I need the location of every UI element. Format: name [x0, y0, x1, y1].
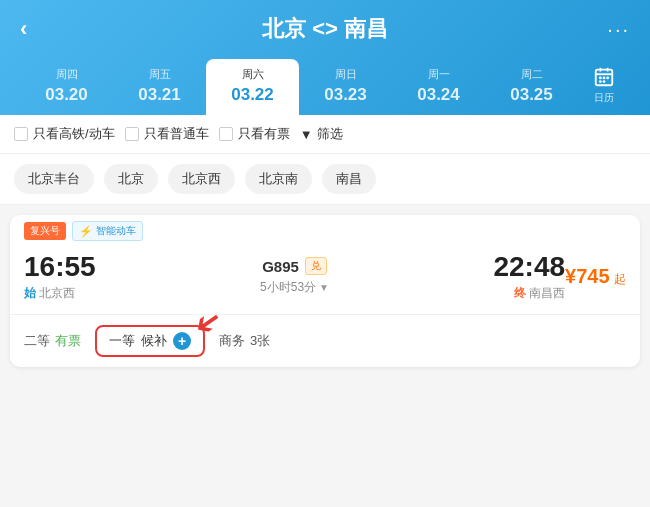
second-class-label: 二等 [24, 332, 50, 350]
filter-screen-label: 筛选 [317, 125, 343, 143]
duration-text: 5小时53分 [260, 279, 316, 296]
weekday-label: 周一 [396, 67, 481, 82]
funnel-icon: ▼ [300, 127, 313, 142]
checkbox-available[interactable] [219, 127, 233, 141]
date-tab-03.23[interactable]: 周日 03.23 [299, 59, 392, 115]
weekday-label: 周日 [303, 67, 388, 82]
date-tab-03.22[interactable]: 周六 03.22 [206, 59, 299, 115]
station-tabs: 北京丰台北京北京西北京南南昌 [0, 154, 650, 205]
filter-high-speed[interactable]: 只看高铁/动车 [14, 125, 115, 143]
filter-screen-button[interactable]: ▼ 筛选 [300, 125, 343, 143]
filter-bar: 只看高铁/动车 只看普通车 只看有票 ▼ 筛选 [0, 115, 650, 154]
price-section: ¥745 起 [565, 265, 626, 288]
date-tab-03.24[interactable]: 周一 03.24 [392, 59, 485, 115]
depart-section: 16:55 始 北京西 [24, 251, 96, 302]
calendar-label: 日历 [594, 91, 614, 105]
depart-time: 16:55 [24, 251, 96, 283]
checkbox-normal[interactable] [125, 127, 139, 141]
arrive-station-label: 终 南昌西 [493, 285, 565, 302]
date-tab-03.21[interactable]: 周五 03.21 [113, 59, 206, 115]
second-class-ticket[interactable]: 二等 有票 [24, 332, 81, 350]
calendar-icon [593, 66, 615, 88]
badge-fuxing: 复兴号 [24, 222, 66, 240]
arrive-time: 22:48 [493, 251, 565, 283]
date-label: 03.23 [303, 85, 388, 105]
calendar-button[interactable]: 日历 [578, 58, 630, 115]
middle-section: G895 兑 5小时53分 ▼ [96, 257, 494, 296]
date-label: 03.25 [489, 85, 574, 105]
second-class-status: 有票 [55, 332, 81, 350]
depart-station: 北京西 [39, 286, 75, 300]
checkbox-high-speed[interactable] [14, 127, 28, 141]
date-label: 03.20 [24, 85, 109, 105]
filter-available-label: 只看有票 [238, 125, 290, 143]
filter-available[interactable]: 只看有票 [219, 125, 290, 143]
waitlist-plus-button[interactable]: + [173, 332, 191, 350]
discount-badge: 兑 [305, 257, 327, 275]
date-label: 03.22 [210, 85, 295, 105]
first-class-label: 一等 [109, 332, 135, 350]
arrive-prefix: 终 [514, 286, 526, 300]
weekday-label: 周六 [210, 67, 295, 82]
filter-normal-label: 只看普通车 [144, 125, 209, 143]
station-tab-北京丰台[interactable]: 北京丰台 [14, 164, 94, 194]
station-tab-北京西[interactable]: 北京西 [168, 164, 235, 194]
first-class-status: 候补 [141, 332, 167, 350]
ticket-row: 二等 有票 一等 候补 + 商务 3张 [10, 314, 640, 367]
train-badge-row: 复兴号 ⚡ 智能动车 [10, 215, 640, 241]
badge-smart: ⚡ 智能动车 [72, 221, 143, 241]
header: ‹ 北京 <> 南昌 ··· 周四 03.20 周五 03.21 周六 03.2… [0, 0, 650, 115]
first-class-ticket[interactable]: 一等 候补 + [95, 325, 205, 357]
train-number: G895 [262, 258, 299, 275]
date-tab-03.25[interactable]: 周二 03.25 [485, 59, 578, 115]
price-suffix: 起 [614, 272, 626, 286]
station-tab-北京南[interactable]: 北京南 [245, 164, 312, 194]
lightning-icon: ⚡ [79, 225, 93, 238]
train-card: 复兴号 ⚡ 智能动车 16:55 始 北京西 G895 兑 5小时53分 ▼ [10, 215, 640, 367]
date-tab-03.20[interactable]: 周四 03.20 [20, 59, 113, 115]
depart-prefix: 始 [24, 286, 36, 300]
arrive-section: 22:48 终 南昌西 [493, 251, 565, 302]
more-button[interactable]: ··· [600, 18, 630, 41]
station-tab-北京[interactable]: 北京 [104, 164, 158, 194]
business-count: 3张 [250, 332, 270, 350]
date-label: 03.21 [117, 85, 202, 105]
weekday-label: 周二 [489, 67, 574, 82]
filter-normal[interactable]: 只看普通车 [125, 125, 209, 143]
business-label: 商务 [219, 332, 245, 350]
route-title: 北京 <> 南昌 [50, 14, 600, 44]
price: ¥745 [565, 265, 610, 287]
date-tabs: 周四 03.20 周五 03.21 周六 03.22 周日 03.23 周一 0… [20, 58, 630, 115]
weekday-label: 周四 [24, 67, 109, 82]
duration[interactable]: 5小时53分 ▼ [106, 279, 484, 296]
back-button[interactable]: ‹ [20, 16, 50, 42]
weekday-label: 周五 [117, 67, 202, 82]
arrive-station: 南昌西 [529, 286, 565, 300]
chevron-down-icon: ▼ [319, 282, 329, 293]
depart-station-label: 始 北京西 [24, 285, 96, 302]
date-label: 03.24 [396, 85, 481, 105]
business-ticket[interactable]: 商务 3张 [219, 332, 270, 350]
train-main: 16:55 始 北京西 G895 兑 5小时53分 ▼ 22:48 终 南昌西 [10, 241, 640, 314]
filter-high-speed-label: 只看高铁/动车 [33, 125, 115, 143]
station-tab-南昌[interactable]: 南昌 [322, 164, 376, 194]
